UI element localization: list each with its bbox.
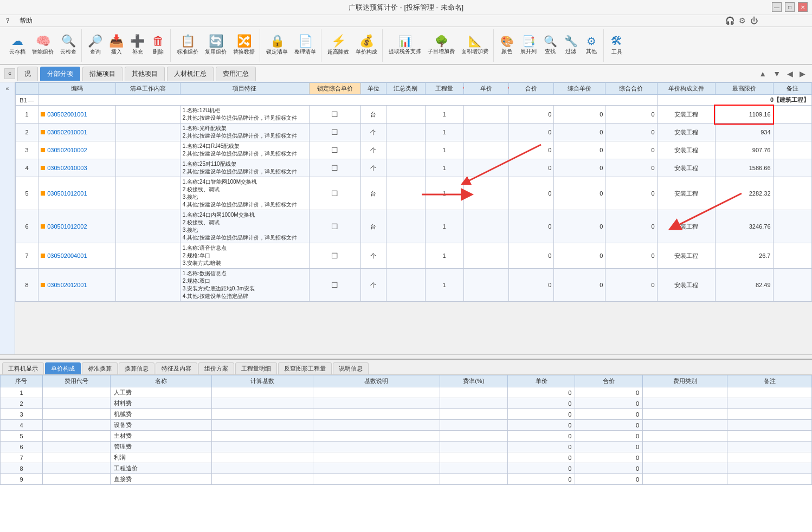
- smart-group-btn[interactable]: 🧠 智能组价: [29, 34, 56, 57]
- find-label: 查找: [545, 48, 556, 55]
- cloud-save-btn[interactable]: ☁ 云存档: [7, 34, 28, 57]
- bottom-tab-info[interactable]: 说明信息: [333, 362, 369, 374]
- nav-prev-btn[interactable]: ◀: [785, 68, 795, 79]
- bottom-cell-name: 利润: [110, 452, 211, 463]
- row-locked-7[interactable]: ☐: [309, 243, 360, 269]
- tools-btn[interactable]: 🛠 工具: [607, 34, 627, 57]
- row-limit-3: 907.76: [715, 141, 773, 159]
- b1-collapse-icon[interactable]: —: [28, 97, 34, 103]
- row-locked-4[interactable]: ☐: [309, 159, 360, 177]
- h-scrollbar[interactable]: [0, 354, 812, 359]
- b1-expand[interactable]: B1 —: [16, 95, 38, 106]
- row-remark-5: [773, 177, 812, 210]
- insert-btn[interactable]: 📥 插入: [106, 34, 126, 57]
- bottom-cell-num: 6: [1, 442, 43, 452]
- bottom-tab-labor[interactable]: 工料机显示: [2, 362, 44, 374]
- row-content-1: [115, 106, 180, 124]
- other-btn[interactable]: ⚙ 其他: [582, 34, 601, 57]
- bottom-cell-type: [643, 420, 727, 431]
- nav-up-btn[interactable]: ▲: [757, 68, 769, 79]
- row-indicator-3: [41, 148, 45, 152]
- color-btn[interactable]: 🎨 颜色: [497, 34, 517, 57]
- area-fee-btn[interactable]: 📐 面积增加费: [459, 34, 491, 57]
- bottom-tab-reverse[interactable]: 反查图形工程量: [278, 362, 332, 374]
- replace-data-btn[interactable]: 🔀 替换数据: [230, 34, 257, 57]
- row-locked-1[interactable]: ☐: [309, 106, 360, 124]
- tab-fees[interactable]: 费用汇总: [216, 67, 256, 81]
- sub-item-fee-btn[interactable]: 🌳 子目增加费: [425, 34, 457, 57]
- bottom-tab-standard[interactable]: 标准换算: [82, 362, 118, 374]
- row-feature-5: 1.名称:24口智能网100M交换机 2.校接线、调试 3.接地 4.其他:按建…: [180, 177, 309, 210]
- bottom-cell-name: 材料费: [110, 398, 211, 409]
- row-locked-5[interactable]: ☐: [309, 177, 360, 210]
- power-icon[interactable]: ⏻: [750, 16, 758, 25]
- tab-labor[interactable]: 人材机汇总: [167, 67, 214, 81]
- nav-down-btn[interactable]: ▼: [771, 68, 783, 79]
- minimize-btn[interactable]: —: [772, 2, 782, 12]
- row-compose-1: 安装工程: [657, 106, 715, 124]
- bottom-cell-name: 人工费: [110, 387, 211, 398]
- menu-help-icon[interactable]: ？: [4, 16, 11, 25]
- row-remark-3: [773, 141, 812, 159]
- lock-list-btn[interactable]: 🔒 锁定清单: [263, 34, 291, 57]
- bottom-tab-features[interactable]: 特征及内容: [156, 362, 197, 374]
- row-indicator-5: [41, 191, 45, 196]
- high-efficiency-btn[interactable]: ⚡ 超高降效: [325, 34, 352, 57]
- tidy-list-btn[interactable]: 📄 整理清单: [292, 34, 319, 57]
- collapse-left-btn[interactable]: «: [4, 68, 15, 79]
- bottom-table-row: 4 设备费 0 0: [1, 420, 812, 431]
- row-type-5: [386, 177, 425, 210]
- row-locked-6[interactable]: ☐: [309, 210, 360, 243]
- headset-icon[interactable]: 🎧: [725, 16, 734, 25]
- unit-price-comp-btn[interactable]: 💰 单价构成: [353, 34, 380, 57]
- row-limit-2: 934: [715, 124, 773, 141]
- row-locked-3[interactable]: ☐: [309, 141, 360, 159]
- table-row: 6 030501012002 1.名称:24口内网1000M交换机 2.校接线、…: [16, 210, 812, 243]
- menu-help[interactable]: 帮助: [20, 16, 33, 25]
- filter-btn[interactable]: 🔧 过滤: [561, 34, 581, 57]
- delete-btn[interactable]: 🗑 删除: [149, 34, 168, 57]
- bottom-tab-plan[interactable]: 组价方案: [198, 362, 234, 374]
- tab-parts[interactable]: 分部分项: [40, 67, 80, 81]
- tab-status[interactable]: 况: [17, 67, 38, 81]
- supplement-btn[interactable]: ➕ 补充: [127, 34, 147, 57]
- close-btn[interactable]: ✕: [798, 2, 808, 12]
- row-locked-8[interactable]: ☐: [309, 269, 360, 302]
- main-area: « 编码 清单工作内容 项目特征 锁定综合单价 单位 汇总类别 工程量 单价: [0, 82, 812, 532]
- sub-item-fee-icon: 🌳: [435, 36, 448, 47]
- nav-next-btn[interactable]: ▶: [797, 68, 808, 79]
- find-btn[interactable]: 🔍 查找: [540, 34, 560, 57]
- cloud-check-btn[interactable]: 🔍 云检查: [57, 34, 79, 57]
- bottom-table-row: 2 材料费 0 0: [1, 398, 812, 409]
- standard-group-btn[interactable]: 📋 标准组价: [174, 34, 201, 57]
- maximize-btn[interactable]: □: [785, 2, 795, 12]
- bottom-tab-detail[interactable]: 工程量明细: [235, 362, 277, 374]
- high-efficiency-icon: ⚡: [331, 35, 346, 47]
- bottom-cell-total: 0: [575, 442, 643, 452]
- bottom-cell-code: [42, 420, 110, 431]
- tab-measures[interactable]: 措施项目: [82, 67, 123, 81]
- row-locked-2[interactable]: ☐: [309, 124, 360, 141]
- bottom-cell-remark: [727, 474, 812, 485]
- bottom-cell-base: [211, 452, 313, 463]
- expand-col-btn[interactable]: 📑 展开列: [518, 34, 539, 57]
- row-total-7: 0: [509, 243, 554, 269]
- extract-tax-label: 提取税务支撑: [389, 48, 421, 55]
- reuse-group-btn[interactable]: 🔄 复用组价: [202, 34, 229, 57]
- left-collapse-btn[interactable]: «: [5, 85, 10, 93]
- row-price-7: [463, 243, 508, 269]
- row-code-6: 030501012002: [38, 210, 116, 243]
- row-limit-5: 2282.32: [715, 177, 773, 210]
- row-price-1: [463, 106, 508, 124]
- query-btn[interactable]: 🔎 查询: [85, 34, 105, 57]
- main-grid[interactable]: 编码 清单工作内容 项目特征 锁定综合单价 单位 汇总类别 工程量 单价 合价 …: [15, 82, 812, 354]
- standard-group-icon: 📋: [181, 35, 195, 47]
- bottom-tab-compose[interactable]: 单价构成: [45, 362, 81, 374]
- lock-list-icon: 🔒: [270, 35, 285, 47]
- settings-icon[interactable]: ⚙: [739, 16, 746, 25]
- bottom-cell-code: [42, 387, 110, 398]
- bottom-tab-calc[interactable]: 换算信息: [119, 362, 154, 374]
- extract-tax-btn[interactable]: 📊 提取税务支撑: [386, 34, 424, 57]
- row-num-1: 1: [16, 106, 38, 124]
- tab-other[interactable]: 其他项目: [125, 67, 165, 81]
